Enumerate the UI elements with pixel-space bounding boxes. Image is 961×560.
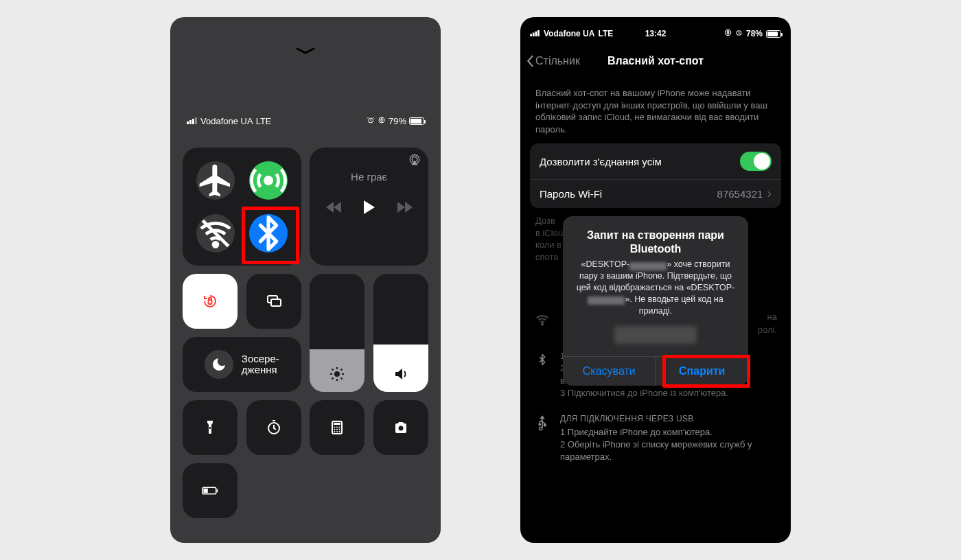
svg-rect-42 (533, 33, 535, 36)
svg-rect-41 (530, 34, 532, 36)
nav-bar: Стільник Власний хот-спот (520, 47, 791, 75)
sun-icon (329, 366, 345, 385)
network-label: LTE (256, 116, 272, 126)
cellular-data-toggle[interactable] (249, 161, 288, 200)
bluetooth-toggle[interactable] (249, 214, 288, 253)
svg-rect-43 (535, 32, 537, 36)
pairing-code-redacted (614, 326, 697, 344)
svg-line-21 (341, 378, 343, 380)
network-label: LTE (598, 29, 613, 38)
rotation-lock-toggle[interactable] (183, 274, 238, 329)
row-label: Дозволити з'єднання усім (540, 156, 662, 167)
svg-point-37 (398, 426, 403, 431)
svg-point-35 (336, 431, 338, 432)
battery-pct-label: 78% (746, 29, 763, 38)
bt-step-3: 3 Підключитися до iPhone із комп'ютера. (560, 387, 777, 399)
svg-point-28 (334, 427, 336, 428)
back-label: Стільник (535, 55, 580, 67)
usb-icon (534, 414, 551, 464)
volume-slider[interactable] (373, 274, 428, 392)
battery-icon (409, 117, 424, 125)
signal-icon (530, 29, 540, 38)
carrier-label: Vodafone UA (544, 29, 594, 38)
redacted-segment (629, 262, 667, 270)
svg-point-29 (336, 427, 338, 428)
focus-toggle[interactable]: Зосере- дження (183, 337, 301, 392)
svg-point-48 (542, 324, 543, 325)
alert-message: «DESKTOP-» хоче створити пару з вашим iP… (574, 259, 737, 316)
svg-rect-14 (271, 299, 281, 306)
rotation-lock-status-icon (724, 29, 732, 38)
svg-rect-40 (203, 489, 207, 493)
status-bar: Vodafone UA LTE 13:42 78% (520, 27, 791, 40)
cancel-button[interactable]: Скасувати (563, 357, 656, 386)
battery-pct-label: 79% (389, 116, 406, 126)
svg-rect-24 (209, 427, 211, 429)
bluetooth-pair-alert: Запит на створення пари Bluetooth «DESKT… (563, 216, 748, 386)
usb-step-2: 2 Оберіть iPhone зі списку мережевих слу… (560, 439, 777, 463)
wifi-password-value: 87654321 (717, 188, 763, 200)
rotation-lock-status-icon (378, 116, 386, 126)
signal-icon (187, 116, 198, 126)
status-bar: Vodafone UA LTE 79% (170, 113, 441, 128)
alert-title: Запит на створення пари Bluetooth (574, 229, 737, 256)
pull-down-indicator (296, 42, 315, 58)
usb-section-title: ДЛЯ ПІДКЛЮЧЕННЯ ЧЕРЕЗ USB (560, 414, 777, 423)
rewind-icon[interactable] (326, 200, 343, 217)
toggle-switch[interactable] (740, 152, 772, 171)
control-center-screen: Vodafone UA LTE 79% (170, 17, 441, 543)
svg-point-7 (265, 177, 271, 183)
brightness-slider[interactable] (310, 274, 364, 392)
airplane-mode-toggle[interactable] (196, 161, 235, 200)
battery-icon (766, 30, 781, 38)
wifi-toggle[interactable] (196, 214, 235, 253)
airplay-icon[interactable] (408, 153, 421, 170)
usb-instructions-section: ДЛЯ ПІДКЛЮЧЕННЯ ЧЕРЕЗ USB 1 Приєднайте i… (530, 407, 781, 471)
low-power-button[interactable] (183, 463, 238, 518)
svg-rect-27 (334, 423, 340, 425)
connectivity-group[interactable] (183, 148, 301, 266)
redacted-segment (588, 296, 625, 305)
timer-button[interactable] (246, 400, 301, 455)
svg-rect-1 (189, 120, 192, 124)
wifi-password-row[interactable]: Пароль Wi-Fi 87654321 (530, 179, 781, 208)
svg-rect-0 (187, 121, 189, 124)
svg-point-34 (334, 431, 336, 432)
chevron-right-icon (767, 188, 772, 200)
carrier-label: Vodafone UA (200, 116, 253, 126)
back-button[interactable]: Стільник (526, 55, 580, 67)
svg-point-32 (336, 429, 338, 430)
now-playing-label: Не грає (319, 171, 419, 183)
svg-point-31 (334, 429, 336, 430)
svg-rect-39 (217, 489, 218, 493)
wifi-icon (534, 311, 551, 336)
play-icon[interactable] (362, 199, 377, 218)
allow-connections-row[interactable]: Дозволити з'єднання усім (530, 143, 781, 179)
media-playback-group[interactable]: Не грає (310, 148, 428, 266)
camera-button[interactable] (373, 400, 428, 455)
svg-rect-46 (727, 32, 728, 34)
forward-icon[interactable] (396, 200, 413, 217)
calculator-button[interactable] (310, 400, 364, 455)
control-center-tiles: Не грає (183, 148, 428, 532)
svg-rect-6 (381, 119, 382, 121)
hotspot-settings-screen: Vodafone UA LTE 13:42 78% Стільник Власн… (520, 17, 791, 543)
svg-point-36 (339, 431, 340, 432)
svg-point-8 (213, 242, 218, 246)
focus-label: Зосере- дження (242, 353, 279, 376)
page-title: Власний хот-спот (607, 55, 704, 67)
flashlight-button[interactable] (183, 400, 238, 455)
svg-point-15 (334, 371, 340, 377)
screen-mirroring-button[interactable] (246, 274, 301, 329)
svg-rect-12 (209, 300, 212, 304)
svg-rect-3 (195, 117, 197, 124)
usb-step-1: 1 Приєднайте iPhone до комп'ютера. (560, 426, 777, 439)
svg-point-33 (339, 429, 340, 430)
svg-line-22 (332, 378, 334, 380)
svg-line-23 (341, 369, 343, 371)
svg-point-49 (539, 423, 540, 425)
row-label: Пароль Wi-Fi (540, 188, 602, 200)
alarm-icon (735, 29, 743, 38)
description-text: Власний хот-спот на вашому iPhone може н… (535, 87, 776, 135)
svg-rect-50 (544, 424, 546, 425)
